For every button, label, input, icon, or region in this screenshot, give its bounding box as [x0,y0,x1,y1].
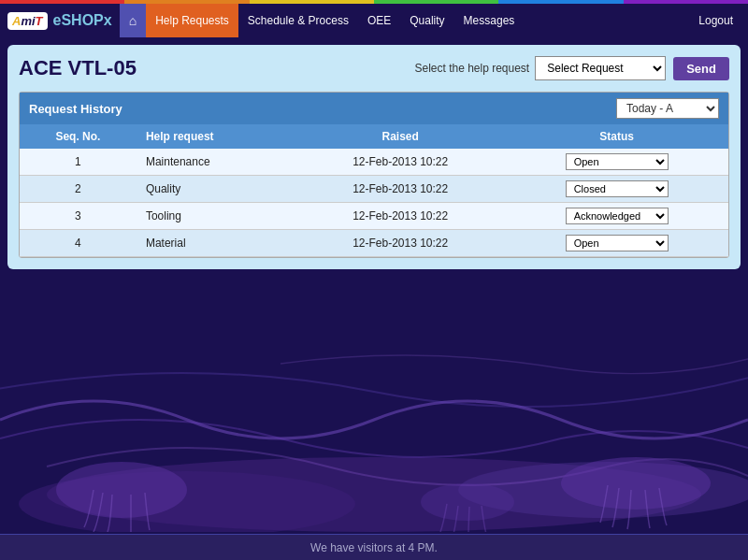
cell-raised: 12-Feb-2013 10:22 [295,230,505,257]
cell-request: Tooling [137,203,295,230]
cell-raised: 12-Feb-2013 10:22 [295,203,505,230]
cell-request: Maintenance [137,149,295,176]
nav-quality[interactable]: Quality [400,4,453,37]
svg-point-2 [458,462,748,518]
col-raised: Raised [295,124,505,149]
svg-point-4 [561,457,711,510]
request-select[interactable]: Select Request Maintenance Quality Tooli… [535,56,666,80]
table-row: 3Tooling12-Feb-2013 10:22OpenClosedAckno… [20,203,728,230]
logo-area: AmiT eSHOPx [7,12,112,30]
bg-decoration [0,345,748,532]
svg-point-5 [421,483,514,521]
status-select[interactable]: OpenClosedAcknowledgedPending [566,180,669,197]
logo-a-letter: A [12,14,21,28]
history-section: Request History Today - A Today - B Yest… [19,92,729,258]
nav-oee[interactable]: OEE [358,4,400,37]
status-select[interactable]: OpenClosedAcknowledgedPending [566,235,669,251]
logout-button[interactable]: Logout [691,10,741,31]
cell-status: OpenClosedAcknowledgedPending [505,230,728,257]
table-body: 1Maintenance12-Feb-2013 10:22OpenClosedA… [20,149,728,257]
shift-select[interactable]: Today - A Today - B Yesterday - A [616,98,719,119]
table-row: 4Material12-Feb-2013 10:22OpenClosedAckn… [20,230,728,257]
navbar: AmiT eSHOPx ⌂ Help Requests Schedule & P… [0,4,748,37]
nav-messages[interactable]: Messages [454,4,525,37]
svg-point-3 [56,462,187,518]
request-table: Seq. No. Help request Raised Status 1Mai… [20,124,728,257]
history-header: Request History Today - A Today - B Yest… [20,93,728,124]
logo-mi-letters: mi [21,14,35,28]
cell-status: OpenClosedAcknowledgedPending [505,149,728,176]
cell-seq: 3 [20,203,137,230]
select-help-label: Select the help request [414,62,529,75]
nav-help-requests[interactable]: Help Requests [146,4,238,37]
footer: We have visitors at 4 PM. [0,534,748,560]
logo-t-letter: T [36,14,43,28]
svg-point-0 [47,457,701,532]
table-header-row: Seq. No. Help request Raised Status [20,124,728,149]
cell-seq: 2 [20,176,137,203]
machine-title: ACE VTL-05 [19,56,414,80]
cell-request: Material [137,230,295,257]
table-row: 1Maintenance12-Feb-2013 10:22OpenClosedA… [20,149,728,176]
status-select[interactable]: OpenClosedAcknowledgedPending [566,153,669,170]
cell-raised: 12-Feb-2013 10:22 [295,176,505,203]
nav-links: ⌂ Help Requests Schedule & Process OEE Q… [120,4,692,37]
cell-raised: 12-Feb-2013 10:22 [295,149,505,176]
footer-message: We have visitors at 4 PM. [310,541,438,554]
cell-status: OpenClosedAcknowledgedPending [505,203,728,230]
cell-seq: 1 [20,149,137,176]
cell-request: Quality [137,176,295,203]
title-row: ACE VTL-05 Select the help request Selec… [19,56,729,80]
col-status: Status [505,124,728,149]
nav-home-button[interactable]: ⌂ [120,4,146,37]
history-title: Request History [29,102,616,116]
table-row: 2Quality12-Feb-2013 10:22OpenClosedAckno… [20,176,728,203]
logo-eshopx: eSHOPx [53,12,112,29]
status-select[interactable]: OpenClosedAcknowledgedPending [566,208,669,224]
cell-seq: 4 [20,230,137,257]
cell-status: OpenClosedAcknowledgedPending [505,176,728,203]
nav-schedule[interactable]: Schedule & Process [238,4,358,37]
col-help-request: Help request [137,124,295,149]
svg-point-1 [19,471,355,532]
logo-box: AmiT [7,12,48,30]
nav-color-bar [0,0,748,4]
main-content: ACE VTL-05 Select the help request Selec… [7,45,741,269]
send-button[interactable]: Send [673,57,729,80]
col-seq: Seq. No. [20,124,137,149]
